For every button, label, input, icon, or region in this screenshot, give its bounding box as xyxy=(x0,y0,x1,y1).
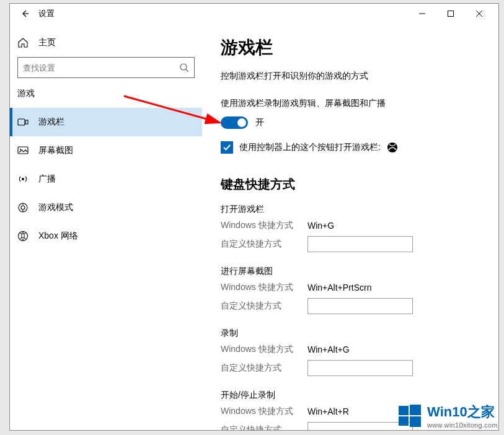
back-button[interactable] xyxy=(15,4,35,24)
svg-point-13 xyxy=(21,206,25,209)
xbox-icon xyxy=(17,231,29,242)
custom-shortcut-input[interactable] xyxy=(307,298,413,314)
custom-shortcut-input[interactable] xyxy=(307,360,413,376)
main-panel: 游戏栏 控制游戏栏打开和识别你的游戏的方式 使用游戏栏录制游戏剪辑、屏幕截图和广… xyxy=(202,24,498,430)
sidebar-item-label: 游戏栏 xyxy=(38,116,64,128)
search-box[interactable] xyxy=(17,57,195,78)
svg-rect-20 xyxy=(410,405,421,415)
windows-shortcut-label: Windows 快捷方式 xyxy=(221,344,307,355)
search-icon xyxy=(179,63,189,72)
check-icon xyxy=(223,143,231,152)
titlebar: 设置 xyxy=(10,4,498,24)
windows-shortcut-label: Windows 快捷方式 xyxy=(221,406,307,417)
controller-checkbox[interactable] xyxy=(221,141,233,154)
shortcut-group-record: 录制 Windows 快捷方式 Win+Alt+G 自定义快捷方式 xyxy=(221,328,481,376)
home-link[interactable]: 主页 xyxy=(10,37,202,57)
svg-point-10 xyxy=(20,149,21,150)
maximize-icon xyxy=(448,11,454,17)
toggle-label: 使用游戏栏录制游戏剪辑、屏幕截图和广播 xyxy=(221,98,481,109)
toggle-row: 开 xyxy=(221,116,481,129)
checkbox-label: 使用控制器上的这个按钮打开游戏栏: xyxy=(239,142,381,153)
toggle-state: 开 xyxy=(255,117,264,128)
svg-line-6 xyxy=(186,69,188,72)
page-description: 控制游戏栏打开和识别你的游戏的方式 xyxy=(221,71,481,82)
section-label: 游戏 xyxy=(10,88,202,108)
shortcut-group-screenshot: 进行屏幕截图 Windows 快捷方式 Win+Alt+PrtScrn 自定义快… xyxy=(221,266,481,314)
custom-shortcut-input[interactable] xyxy=(307,236,413,252)
minimize-button[interactable] xyxy=(408,4,436,24)
windows-shortcut-label: Windows 快捷方式 xyxy=(221,220,307,231)
sidebar-item-game-mode[interactable]: 游戏模式 xyxy=(10,193,202,222)
svg-point-11 xyxy=(22,178,24,180)
svg-rect-2 xyxy=(448,11,454,17)
svg-rect-22 xyxy=(410,416,421,427)
toggle-knob xyxy=(237,118,246,127)
svg-rect-8 xyxy=(25,120,28,124)
search-input[interactable] xyxy=(23,63,179,72)
custom-shortcut-label: 自定义快捷方式 xyxy=(221,362,307,374)
window-controls xyxy=(408,4,493,24)
sidebar-item-game-bar[interactable]: 游戏栏 xyxy=(10,108,202,136)
game-mode-icon xyxy=(17,202,29,213)
sidebar-item-label: Xbox 网络 xyxy=(38,231,78,242)
custom-shortcut-label: 自定义快捷方式 xyxy=(221,301,307,312)
game-bar-toggle[interactable] xyxy=(221,116,248,129)
custom-shortcut-label: 自定义快捷方式 xyxy=(221,424,307,430)
xbox-logo-icon xyxy=(387,142,398,153)
svg-point-5 xyxy=(180,64,187,70)
watermark: Win10之家 www.win10xitong.com xyxy=(397,403,498,429)
watermark-url: www.win10xitong.com xyxy=(427,421,498,429)
sidebar-item-screenshot[interactable]: 屏幕截图 xyxy=(10,136,202,165)
windows-shortcut-label: Windows 快捷方式 xyxy=(221,282,307,293)
sidebar-item-label: 广播 xyxy=(38,174,56,185)
svg-rect-19 xyxy=(399,406,409,415)
home-label: 主页 xyxy=(38,37,56,48)
shortcut-name: 进行屏幕截图 xyxy=(221,266,481,277)
windows-logo-icon xyxy=(397,403,422,428)
svg-rect-21 xyxy=(399,416,409,426)
shortcut-value: Win+Alt+PrtScrn xyxy=(307,283,371,292)
sidebar: 主页 游戏 游戏栏 屏幕截图 广播 xyxy=(10,24,202,430)
shortcut-group-open-game-bar: 打开游戏栏 Windows 快捷方式 Win+G 自定义快捷方式 xyxy=(221,204,481,252)
home-icon xyxy=(17,37,29,48)
custom-shortcut-label: 自定义快捷方式 xyxy=(221,239,307,250)
maximize-button[interactable] xyxy=(436,4,465,24)
sidebar-item-xbox-network[interactable]: Xbox 网络 xyxy=(10,222,202,250)
search-wrap xyxy=(10,57,202,88)
settings-window: 设置 主页 游戏 游戏栏 xyxy=(9,3,499,431)
sidebar-item-label: 屏幕截图 xyxy=(38,145,73,156)
shortcut-value: Win+Alt+R xyxy=(307,406,349,416)
window-title: 设置 xyxy=(38,8,55,19)
svg-point-16 xyxy=(19,232,28,241)
shortcut-name: 开始/停止录制 xyxy=(221,390,481,401)
checkbox-row: 使用控制器上的这个按钮打开游戏栏: xyxy=(221,141,481,154)
page-title: 游戏栏 xyxy=(221,36,481,59)
shortcut-name: 录制 xyxy=(221,328,481,339)
broadcast-icon xyxy=(17,174,29,185)
screenshot-icon xyxy=(17,145,29,156)
sidebar-item-broadcast[interactable]: 广播 xyxy=(10,165,202,193)
svg-rect-7 xyxy=(18,119,25,125)
sidebar-item-label: 游戏模式 xyxy=(38,202,73,213)
watermark-title: Win10之家 xyxy=(427,403,498,421)
close-button[interactable] xyxy=(465,4,493,24)
shortcut-name: 打开游戏栏 xyxy=(221,204,481,215)
shortcut-value: Win+G xyxy=(307,221,334,231)
arrow-left-icon xyxy=(20,9,30,19)
content: 主页 游戏 游戏栏 屏幕截图 广播 xyxy=(10,24,498,430)
section-title: 键盘快捷方式 xyxy=(221,176,481,193)
game-bar-icon xyxy=(17,116,29,128)
minimize-icon xyxy=(419,11,425,17)
shortcut-value: Win+Alt+G xyxy=(307,345,350,354)
close-icon xyxy=(476,11,482,17)
